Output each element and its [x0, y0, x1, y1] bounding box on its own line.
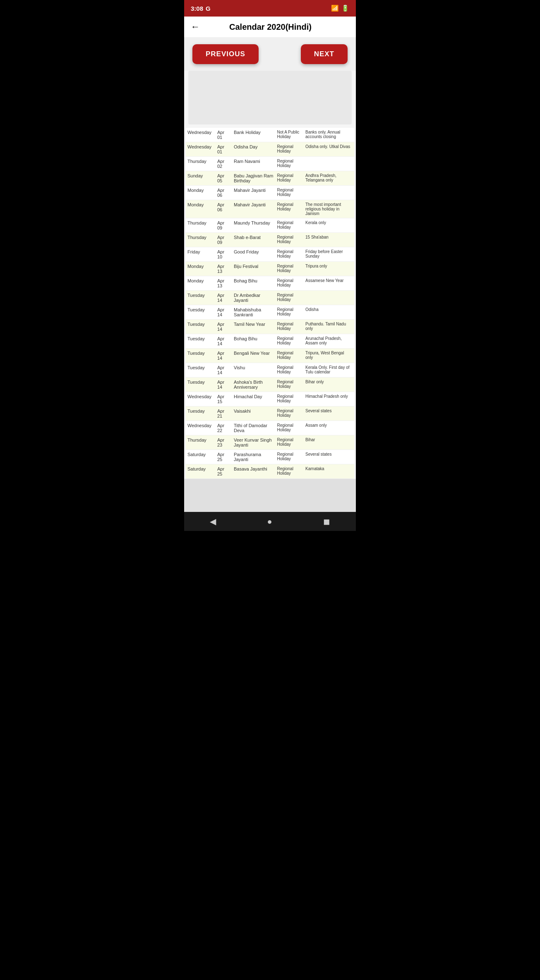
holiday-note: Assamese New Year [304, 276, 354, 291]
holiday-name: Odisha Day [232, 142, 275, 157]
holiday-type: Regional Holiday [275, 378, 304, 392]
holiday-type: Regional Holiday [275, 200, 304, 218]
holiday-day: Monday [186, 276, 216, 291]
holiday-type: Regional Holiday [275, 233, 304, 247]
holiday-note: Tripura only [304, 262, 354, 276]
holiday-date: Apr 05 [216, 171, 232, 186]
status-right: 📶 🔋 [331, 5, 349, 12]
holiday-day: Wednesday [186, 142, 216, 157]
phone-frame: 3:08 G 📶 🔋 ← Calendar 2020(Hindi) PREVIO… [184, 0, 356, 531]
holiday-date: Apr 06 [216, 186, 232, 200]
ad-area [188, 71, 352, 124]
nav-buttons-container: PREVIOUS NEXT [184, 38, 356, 71]
holiday-note [304, 291, 354, 305]
holiday-date: Apr 22 [216, 421, 232, 435]
app-content: PREVIOUS NEXT Wednesday Apr 01 Bank Holi… [184, 38, 356, 512]
holiday-type: Regional Holiday [275, 320, 304, 334]
holiday-name: Babu Jagjivan Ram Birthday [232, 171, 275, 186]
holiday-note: Several states [304, 406, 354, 421]
table-row: Thursday Apr 02 Ram Navami Regional Holi… [186, 157, 354, 171]
holiday-date: Apr 10 [216, 247, 232, 262]
holiday-name: Bengali New Year [232, 349, 275, 363]
holiday-day: Friday [186, 247, 216, 262]
holiday-day: Sunday [186, 171, 216, 186]
table-row: Monday Apr 06 Mahavir Jayanti Regional H… [186, 186, 354, 200]
table-row: Tuesday Apr 21 Vaisakhi Regional Holiday… [186, 406, 354, 421]
holiday-type: Regional Holiday [275, 186, 304, 200]
holiday-day: Thursday [186, 435, 216, 450]
holiday-note: Banks only. Annual accounts closing [304, 128, 354, 142]
holiday-day: Tuesday [186, 305, 216, 320]
holiday-date: Apr 14 [216, 305, 232, 320]
bottom-gray-area [184, 479, 356, 512]
holiday-type: Regional Holiday [275, 464, 304, 479]
holiday-note: Assam only [304, 421, 354, 435]
holiday-note: Puthandu. Tamil Nadu only [304, 320, 354, 334]
previous-button[interactable]: PREVIOUS [192, 44, 259, 64]
holiday-type: Regional Holiday [275, 218, 304, 233]
holiday-note: Andhra Pradesh, Telangana only [304, 171, 354, 186]
holiday-date: Apr 14 [216, 291, 232, 305]
holiday-type: Regional Holiday [275, 262, 304, 276]
holiday-day: Thursday [186, 233, 216, 247]
holiday-date: Apr 25 [216, 450, 232, 464]
holiday-type: Regional Holiday [275, 349, 304, 363]
holiday-day: Monday [186, 262, 216, 276]
holiday-name: Himachal Day [232, 392, 275, 406]
holiday-name: Tithi of Damodar Deva [232, 421, 275, 435]
holiday-day: Saturday [186, 464, 216, 479]
holiday-day: Wednesday [186, 421, 216, 435]
holiday-note: Odisha only. Utkal Divas [304, 142, 354, 157]
holiday-type: Regional Holiday [275, 363, 304, 378]
holiday-name: Good Friday [232, 247, 275, 262]
holiday-date: Apr 14 [216, 363, 232, 378]
holiday-note: Odisha [304, 305, 354, 320]
holiday-day: Tuesday [186, 378, 216, 392]
holiday-note: Bihar [304, 435, 354, 450]
holiday-date: Apr 25 [216, 464, 232, 479]
holiday-date: Apr 14 [216, 378, 232, 392]
status-left: 3:08 G [191, 5, 211, 12]
table-row: Monday Apr 13 Bohag Bihu Regional Holida… [186, 276, 354, 291]
holiday-date: Apr 13 [216, 276, 232, 291]
table-row: Saturday Apr 25 Basava Jayanthi Regional… [186, 464, 354, 479]
holiday-name: Vaisakhi [232, 406, 275, 421]
back-button[interactable]: ← [191, 22, 200, 32]
holiday-note: The most important religious holiday in … [304, 200, 354, 218]
table-row: Wednesday Apr 22 Tithi of Damodar Deva R… [186, 421, 354, 435]
holiday-table-container: Wednesday Apr 01 Bank Holiday Not A Publ… [186, 128, 354, 479]
back-nav-icon[interactable]: ◀ [210, 516, 216, 526]
holiday-date: Apr 09 [216, 233, 232, 247]
holiday-day: Saturday [186, 450, 216, 464]
holiday-date: Apr 14 [216, 349, 232, 363]
holiday-type: Regional Holiday [275, 142, 304, 157]
recent-nav-icon[interactable]: ◼ [323, 516, 330, 526]
next-button[interactable]: NEXT [301, 44, 348, 64]
holiday-date: Apr 01 [216, 128, 232, 142]
holiday-date: Apr 09 [216, 218, 232, 233]
holiday-date: Apr 14 [216, 334, 232, 349]
holiday-type: Regional Holiday [275, 435, 304, 450]
holiday-type: Regional Holiday [275, 421, 304, 435]
table-row: Tuesday Apr 14 Bengali New Year Regional… [186, 349, 354, 363]
table-row: Sunday Apr 05 Babu Jagjivan Ram Birthday… [186, 171, 354, 186]
table-row: Saturday Apr 25 Parashurama Jayanti Regi… [186, 450, 354, 464]
holiday-date: Apr 14 [216, 320, 232, 334]
home-nav-icon[interactable]: ● [267, 517, 272, 526]
holiday-date: Apr 02 [216, 157, 232, 171]
holiday-note: 15 Sha'aban [304, 233, 354, 247]
holiday-date: Apr 06 [216, 200, 232, 218]
table-row: Thursday Apr 09 Shab e-Barat Regional Ho… [186, 233, 354, 247]
signal-icon: 📶 [331, 5, 339, 12]
holiday-date: Apr 15 [216, 392, 232, 406]
holiday-note: Himachal Pradesh only [304, 392, 354, 406]
table-row: Monday Apr 13 Biju Festival Regional Hol… [186, 262, 354, 276]
holiday-type: Regional Holiday [275, 305, 304, 320]
holiday-name: Shab e-Barat [232, 233, 275, 247]
holiday-name: Maundy Thursday [232, 218, 275, 233]
holiday-name: Bank Holiday [232, 128, 275, 142]
holiday-note: Tripura, West Bengal only [304, 349, 354, 363]
holiday-date: Apr 01 [216, 142, 232, 157]
table-row: Tuesday Apr 14 Mahabishuba Sankranti Reg… [186, 305, 354, 320]
holiday-note: Several states [304, 450, 354, 464]
